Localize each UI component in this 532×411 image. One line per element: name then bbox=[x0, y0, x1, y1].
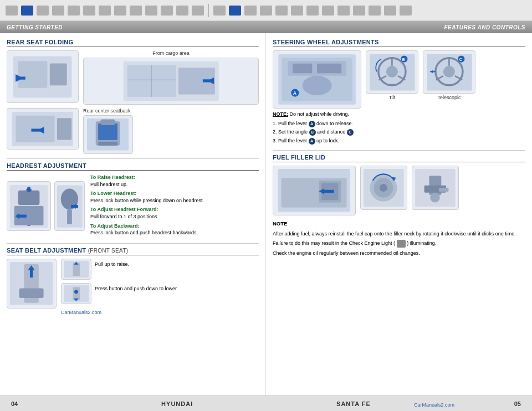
svg-rect-20 bbox=[99, 142, 118, 146]
svg-rect-35 bbox=[67, 209, 72, 224]
steering-step2: 2. Set the angle bbox=[273, 129, 308, 135]
nav-icon-warning[interactable] bbox=[83, 6, 95, 16]
top-nav bbox=[0, 0, 532, 21]
nav-icon-battery[interactable] bbox=[176, 6, 188, 16]
nav-icon-r8[interactable] bbox=[322, 6, 334, 16]
section-header: GETTING STARTED FEATURES AND CONTROLS bbox=[0, 21, 532, 33]
nav-icon-r3[interactable] bbox=[244, 6, 257, 16]
nav-icon-r2[interactable] bbox=[229, 6, 241, 16]
fuel-nozzle-image bbox=[412, 166, 459, 210]
rear-seat-main-image bbox=[7, 50, 79, 103]
steering-letter-a1: A bbox=[309, 121, 315, 127]
nav-icon-r7[interactable] bbox=[306, 6, 319, 16]
nav-icon-r9[interactable] bbox=[337, 6, 350, 16]
nav-icon-bluetooth[interactable] bbox=[99, 6, 111, 16]
svg-rect-19 bbox=[99, 124, 118, 141]
svg-rect-88 bbox=[439, 188, 449, 192]
rear-seat-seatback-image bbox=[83, 115, 133, 154]
svg-point-47 bbox=[74, 290, 78, 294]
svg-text:A: A bbox=[293, 90, 297, 96]
nav-icons-left bbox=[6, 6, 204, 16]
steering-main-image: A bbox=[273, 50, 361, 109]
fuel-note1: After adding fuel, always reinstall the … bbox=[273, 230, 525, 238]
rear-seat-cargo-wrap: From cargo area bbox=[83, 50, 259, 105]
nav-icon-r1[interactable] bbox=[213, 6, 226, 16]
seatbelt-title: SEAT BELT ADJUSTMENT (Front seat) bbox=[7, 247, 259, 255]
nav-icon-r12[interactable] bbox=[384, 6, 396, 16]
headrest-instructions: To Raise Headrest: Pull headrest up. To … bbox=[90, 174, 259, 239]
nav-icon-power[interactable] bbox=[192, 6, 204, 16]
nav-icon-car[interactable] bbox=[21, 6, 33, 16]
header-right-label: FEATURES AND CONTROLS bbox=[444, 24, 525, 30]
divider-seatbelt bbox=[7, 243, 259, 244]
steering-title: STEERING WHEEL ADJUSTMENTS bbox=[273, 39, 525, 47]
nav-icon-book[interactable] bbox=[6, 6, 18, 16]
nav-icon-phone[interactable] bbox=[114, 6, 126, 16]
header-left-label: GETTING STARTED bbox=[7, 24, 63, 30]
nav-divider bbox=[208, 4, 209, 17]
headrest-section: HEADREST ADJUSTMENT bbox=[7, 162, 259, 239]
nav-icon-seat[interactable] bbox=[37, 6, 49, 16]
headrest-forward-text: Pull forward to 1 of 3 positions bbox=[90, 214, 157, 219]
nav-icons-right bbox=[213, 6, 412, 16]
svg-point-50 bbox=[303, 76, 332, 95]
steering-letter-a2: A bbox=[309, 138, 315, 145]
nav-icon-r10[interactable] bbox=[353, 6, 365, 16]
steering-step1-cont: down to release. bbox=[316, 121, 353, 126]
nav-icon-mirror[interactable] bbox=[52, 6, 64, 16]
headrest-raise-title: To Raise Headrest: bbox=[90, 174, 135, 180]
footer-watermark[interactable]: CarManuals2.com bbox=[414, 402, 454, 408]
steering-step3-cont: up to lock. bbox=[316, 138, 339, 143]
fuel-note2: Failure to do this may result in the Che… bbox=[273, 240, 525, 248]
svg-rect-21 bbox=[101, 120, 115, 125]
seatbelt-content: Pull up to raise. Press b bbox=[7, 259, 259, 315]
cargo-label: From cargo area bbox=[83, 50, 259, 56]
nav-icon-settings[interactable] bbox=[161, 6, 173, 16]
svg-point-58 bbox=[386, 66, 398, 78]
steering-letter-b: B bbox=[309, 129, 316, 136]
svg-text:C: C bbox=[459, 58, 462, 61]
headrest-main-image bbox=[7, 181, 51, 231]
headrest-raise-text: Pull headrest up. bbox=[90, 182, 128, 187]
headrest-images bbox=[7, 174, 85, 239]
svg-rect-38 bbox=[19, 289, 44, 299]
rear-seat-cargo-image bbox=[83, 58, 259, 105]
engine-light-icon bbox=[397, 240, 406, 248]
seatback-wrap: Rear center seatback bbox=[83, 108, 259, 154]
nav-icon-r6[interactable] bbox=[291, 6, 303, 16]
nav-icon-r13[interactable] bbox=[400, 6, 412, 16]
headrest-side-image bbox=[54, 181, 85, 231]
svg-rect-4 bbox=[16, 76, 26, 79]
steering-letter-c: C bbox=[347, 129, 354, 136]
nav-icon-music[interactable] bbox=[130, 6, 142, 16]
svg-rect-55 bbox=[317, 64, 341, 74]
footer: 04 HYUNDAI SANTA FE CarManuals2.com 05 bbox=[0, 395, 532, 411]
rear-seat-bottom: Rear center seatback bbox=[7, 108, 259, 154]
tilt-label: Tilt bbox=[389, 95, 396, 100]
svg-rect-9 bbox=[203, 79, 214, 82]
steering-note-label: NOTE: bbox=[273, 111, 288, 117]
steering-section: STEERING WHEEL ADJUSTMENTS A bbox=[273, 39, 525, 145]
headrest-lower-text: Press lock button while pressing down on… bbox=[90, 198, 204, 203]
nav-icon-r11[interactable] bbox=[369, 6, 381, 16]
seatbelt-subtitle: (Front seat) bbox=[88, 248, 129, 254]
nav-icon-r5[interactable] bbox=[275, 6, 288, 16]
svg-rect-1 bbox=[18, 61, 48, 88]
steering-step1: 1. Pull the lever bbox=[273, 121, 307, 126]
rear-seat-title: REAR SEAT FOLDING bbox=[7, 39, 259, 47]
headrest-backward-title: To Adjust Backward: bbox=[90, 223, 140, 229]
fuel-images-row bbox=[273, 166, 525, 215]
nav-icon-r4[interactable] bbox=[260, 6, 272, 16]
steering-step3: 3. Pull the lever bbox=[273, 138, 307, 143]
nav-icon-display[interactable] bbox=[145, 6, 157, 16]
svg-rect-40 bbox=[30, 270, 33, 278]
headrest-content: To Raise Headrest: Pull headrest up. To … bbox=[7, 174, 259, 239]
steering-note-text: Do not adjust while driving. bbox=[290, 111, 350, 117]
svg-rect-30 bbox=[19, 214, 26, 217]
steering-step2-cont: and distance bbox=[317, 129, 345, 135]
main-content: REAR SEAT FOLDING From cargo area bbox=[0, 33, 532, 395]
svg-rect-45 bbox=[73, 287, 80, 300]
rear-seat-bottom-left-image bbox=[7, 108, 79, 150]
fuel-note3: Check the engine oil regularly between r… bbox=[273, 250, 525, 258]
nav-icon-gauge[interactable] bbox=[68, 6, 80, 16]
